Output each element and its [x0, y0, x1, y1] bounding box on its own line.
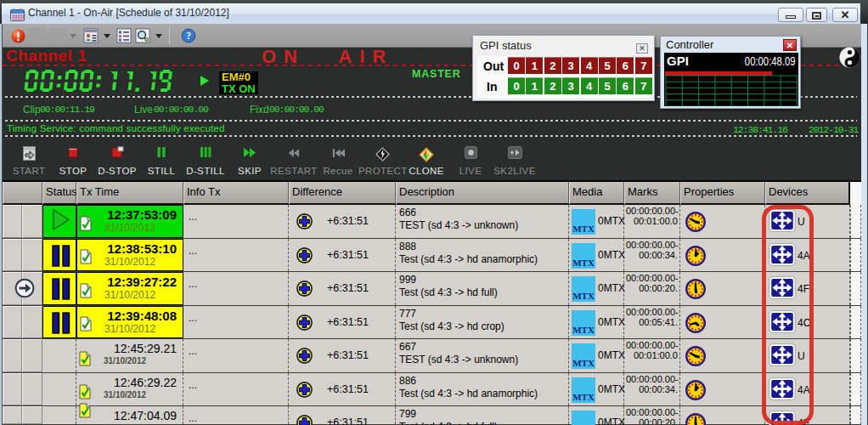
svg-text:?: ?	[186, 31, 191, 41]
